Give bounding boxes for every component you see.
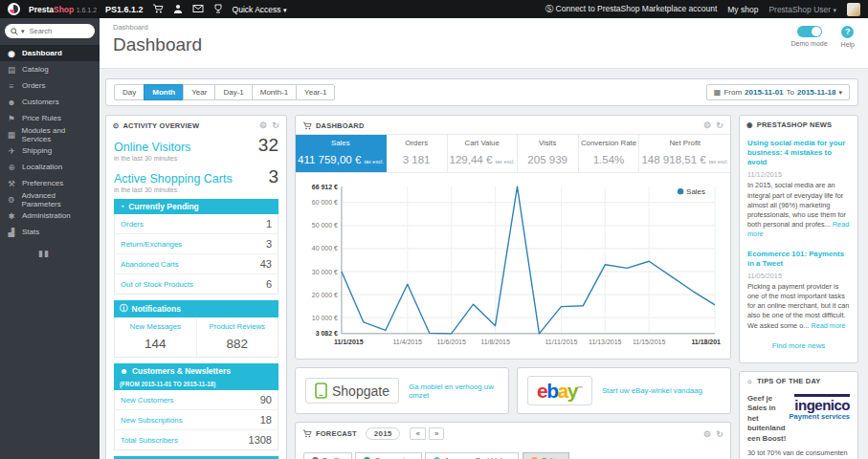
- ebay-link[interactable]: Start uw eBay-winkel vandaag: [602, 386, 702, 395]
- panel-refresh-icon[interactable]: ↻: [716, 120, 723, 130]
- sidebar-item-dashboard[interactable]: ◉Dashboard: [0, 45, 100, 61]
- pending-row-out-of-stock: Out of Stock Products6: [115, 274, 278, 294]
- brand[interactable]: PrestaShop 1.6.1.2: [29, 5, 97, 14]
- filter-month-button[interactable]: Month: [144, 84, 184, 100]
- filter-month-1-button[interactable]: Month-1: [252, 84, 297, 100]
- kpi-strip: Sales411 759,00 € tax excl. Orders3 181 …: [296, 134, 730, 173]
- total-subscribers-row: Total Subscribers1308: [115, 430, 278, 449]
- pending-row-orders: Orders1: [115, 214, 278, 234]
- dashboard-panel: DASHBOARD ⚙↻ Sales411 759,00 € tax excl.…: [295, 115, 731, 360]
- svg-text:11/4/2015: 11/4/2015: [393, 339, 423, 345]
- user-icon[interactable]: [172, 4, 184, 14]
- shopgate-link[interactable]: Ga mobiel en verhoog uw omzet: [409, 382, 499, 400]
- search-input[interactable]: [28, 26, 83, 36]
- demo-mode-label: Demo mode: [790, 40, 827, 47]
- sidebar-search[interactable]: ▾: [5, 24, 95, 38]
- sidebar-item-catalog[interactable]: ▤Catalog: [0, 61, 100, 77]
- page-title: Dashboard: [113, 34, 855, 55]
- dashboard-panel-title: DASHBOARD: [316, 121, 365, 130]
- svg-text:11/11/2015: 11/11/2015: [545, 339, 577, 345]
- sidebar-item-price-rules[interactable]: ⚑Price Rules: [0, 110, 100, 126]
- online-visitors-link[interactable]: Online Visitors: [114, 141, 190, 154]
- cart-icon[interactable]: [152, 4, 164, 14]
- find-more-news-link[interactable]: Find more news: [747, 335, 850, 359]
- forecast-toggle-average-cart-value[interactable]: Average Cart Value: [425, 452, 519, 459]
- sidebar-item-preferences[interactable]: ⚒Preferences: [0, 175, 100, 191]
- sidebar-item-stats[interactable]: ▟Stats: [0, 224, 100, 240]
- filter-day-1-button[interactable]: Day-1: [214, 84, 252, 100]
- panel-settings-icon[interactable]: ⚙: [703, 429, 711, 439]
- panel-refresh-icon[interactable]: ↻: [272, 120, 279, 130]
- chevron-down-icon: ▾: [21, 28, 25, 35]
- forecast-toggle-conversion[interactable]: Conversion: [355, 452, 421, 459]
- store-name[interactable]: PS1.6.1.2: [105, 5, 144, 14]
- date-range-picker[interactable]: ▦ From 2015-11-01 To 2015-11-18 ▾: [706, 84, 850, 100]
- forecast-next-button[interactable]: »: [429, 427, 444, 440]
- new-subscriptions-row: New Subscriptions18: [115, 410, 278, 430]
- stats-icon: ▟: [7, 228, 16, 237]
- user-avatar[interactable]: [847, 3, 860, 16]
- news-headline[interactable]: Ecommerce 101: Payments in a Tweet: [747, 250, 850, 269]
- filter-day-button[interactable]: Day: [114, 84, 145, 100]
- news-headline[interactable]: Using social media for your business: 4 …: [747, 139, 850, 167]
- kpi-net-profit[interactable]: Net Profit148 918,51 € tax excl.: [639, 135, 730, 172]
- svg-text:3 082 €: 3 082 €: [316, 330, 338, 337]
- sidebar-item-administration[interactable]: ✱Administration: [0, 208, 100, 224]
- svg-text:66 912 €: 66 912 €: [312, 184, 338, 190]
- chevron-down-icon: ▾: [833, 7, 836, 13]
- forecast-panel: FORECAST 2015 « » ⚙↻ Traffic Conversion …: [295, 422, 731, 459]
- panel-settings-icon[interactable]: ⚙: [703, 120, 711, 130]
- pending-row-abandoned-carts: Abandoned Carts43: [115, 254, 278, 274]
- sidebar-item-advanced-parameters[interactable]: ⚙Advanced Parameters: [0, 191, 100, 208]
- orders-icon: ≡: [7, 81, 16, 91]
- sidebar-item-orders[interactable]: ≡Orders: [0, 77, 100, 94]
- news-date: 11/05/2015: [747, 272, 850, 280]
- sidebar-item-modules[interactable]: ▦Modules and Services: [0, 126, 100, 142]
- svg-text:40 000 €: 40 000 €: [312, 245, 338, 251]
- collapse-menu-icon[interactable]: ▮▮: [38, 249, 100, 258]
- kpi-visits[interactable]: Visits205 939: [518, 135, 579, 172]
- sidebar-item-customers[interactable]: ☻Customers: [0, 94, 100, 110]
- sidebar-item-shipping[interactable]: ✈Shipping: [0, 142, 100, 159]
- breadcrumb[interactable]: Dashboard: [113, 23, 855, 32]
- kpi-conversion-rate[interactable]: Conversion Rate1.54%: [579, 135, 640, 172]
- forecast-toggle-sales[interactable]: Sales: [523, 452, 569, 459]
- shopgate-logo[interactable]: Shopgate: [305, 378, 399, 404]
- ingenico-logo: ingenico Payment services: [781, 394, 850, 421]
- panel-refresh-icon[interactable]: ↻: [716, 429, 723, 439]
- forecast-prev-button[interactable]: «: [410, 427, 425, 440]
- sidebar-item-localization[interactable]: ⊕Localization: [0, 159, 100, 175]
- my-shop-link[interactable]: My shop: [727, 5, 758, 14]
- read-more-link[interactable]: Read more: [811, 321, 845, 330]
- shopgate-phone-icon: [315, 382, 327, 399]
- bell-icon: ⓘ: [120, 303, 128, 315]
- filter-year-1-button[interactable]: Year-1: [296, 84, 335, 100]
- forecast-toggle-traffic[interactable]: Traffic: [303, 452, 352, 459]
- quick-access-menu[interactable]: Quick Access ▾: [233, 5, 287, 14]
- svg-text:50 000 €: 50 000 €: [312, 222, 338, 229]
- filter-year-button[interactable]: Year: [183, 84, 215, 100]
- marketplace-link[interactable]: Ⓢ Connect to PrestaShop Marketplace acco…: [545, 4, 718, 15]
- svg-text:10 000 €: 10 000 €: [312, 315, 338, 321]
- product-reviews-cell: Product Reviews882: [197, 317, 278, 357]
- kpi-sales[interactable]: Sales411 759,00 € tax excl.: [296, 135, 387, 172]
- messages-icon[interactable]: [192, 4, 204, 14]
- panel-settings-icon[interactable]: ⚙: [259, 120, 267, 130]
- ebay-logo[interactable]: ebay™: [527, 376, 592, 405]
- svg-text:Sales: Sales: [686, 187, 705, 196]
- svg-text:11/15/2015: 11/15/2015: [633, 339, 665, 345]
- kpi-cart-value[interactable]: Cart Value129,44 € tax excl.: [448, 135, 518, 172]
- demo-mode-toggle[interactable]: [797, 26, 822, 37]
- active-carts-link[interactable]: Active Shopping Carts: [114, 172, 233, 186]
- forecast-year[interactable]: 2015: [366, 427, 401, 440]
- trophy-icon[interactable]: [212, 4, 224, 14]
- kpi-orders[interactable]: Orders3 181: [387, 135, 448, 172]
- lightbulb-icon: ☼: [746, 377, 753, 385]
- help-button[interactable]: ?: [841, 26, 854, 38]
- calendar-icon: ▦: [714, 88, 722, 97]
- user-menu[interactable]: PrestaShop User ▾: [768, 5, 836, 14]
- prestashop-logo-icon[interactable]: [8, 3, 20, 15]
- preferences-icon: ⚒: [7, 179, 16, 188]
- customers-icon: ☻: [7, 98, 16, 107]
- cart-icon: [302, 429, 312, 438]
